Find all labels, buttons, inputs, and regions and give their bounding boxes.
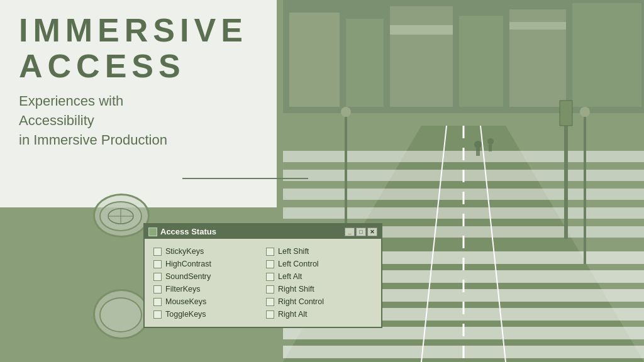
svg-rect-18 <box>283 327 644 339</box>
checkbox[interactable] <box>153 260 162 268</box>
svg-rect-4 <box>390 6 453 107</box>
checkbox[interactable] <box>266 260 274 268</box>
title-access: ACCESS <box>19 48 248 84</box>
dialog-title: Access Status <box>160 227 216 236</box>
checkbox[interactable] <box>266 310 274 319</box>
dialog-content: StickyKeysHighContrastSoundSentryFilterK… <box>145 239 381 327</box>
checkbox[interactable] <box>153 273 162 281</box>
dialog-titlebar: Access Status _ □ ✕ <box>145 224 381 239</box>
svg-rect-8 <box>390 25 453 35</box>
arrow-line <box>182 178 308 179</box>
svg-rect-22 <box>283 189 644 200</box>
close-button[interactable]: ✕ <box>367 228 377 236</box>
svg-point-34 <box>580 107 590 117</box>
title-immersive: IMMERSIVE <box>19 13 248 48</box>
svg-rect-3 <box>346 19 384 107</box>
subtitle-line3: in Immersive Production <box>19 132 167 148</box>
checkbox-label: FilterKeys <box>165 285 201 293</box>
checkbox-label: MouseKeys <box>165 297 206 306</box>
svg-point-32 <box>341 107 351 117</box>
checkbox-item[interactable]: FilterKeys <box>153 283 260 295</box>
dialog-icon <box>148 228 157 236</box>
svg-rect-28 <box>476 148 480 156</box>
checkbox-label: Right Alt <box>278 310 308 319</box>
dialog-window-controls[interactable]: _ □ ✕ <box>345 228 377 236</box>
checkbox-label: Right Control <box>278 297 324 306</box>
checkbox-item[interactable]: Left Shift <box>266 245 372 258</box>
dialog-columns: StickyKeysHighContrastSoundSentryFilterK… <box>153 245 372 321</box>
checkbox-item[interactable]: Left Control <box>266 258 372 270</box>
svg-rect-30 <box>489 145 492 151</box>
svg-rect-2 <box>289 13 340 107</box>
checkbox-item[interactable]: MouseKeys <box>153 295 260 308</box>
checkbox-item[interactable]: ToggleKeys <box>153 308 260 321</box>
svg-point-29 <box>487 138 494 145</box>
checkbox-item[interactable]: Right Alt <box>266 308 372 321</box>
svg-rect-19 <box>283 346 644 358</box>
minimize-button[interactable]: _ <box>345 228 355 236</box>
svg-rect-23 <box>283 207 644 219</box>
checkbox-item[interactable]: Right Control <box>266 295 372 308</box>
checkbox-label: Left Shift <box>278 247 309 256</box>
access-status-dialog[interactable]: Access Status _ □ ✕ StickyKeysHighContra… <box>143 223 382 328</box>
svg-rect-7 <box>572 3 641 107</box>
circle-top-inner <box>99 201 142 231</box>
checkbox[interactable] <box>266 273 274 281</box>
checkbox-label: ToggleKeys <box>165 310 206 319</box>
checkbox[interactable] <box>153 310 162 319</box>
checkbox-label: Left Alt <box>278 272 302 281</box>
title-area: IMMERSIVE ACCESS Experiences with Access… <box>19 13 248 150</box>
checkbox-label: StickyKeys <box>165 247 204 256</box>
subtitle-line1: Experiences with <box>19 93 123 109</box>
dialog-title-area: Access Status <box>148 227 216 236</box>
subtitle: Experiences with Accessibility in Immers… <box>19 92 248 150</box>
checkbox-item[interactable]: Right Shift <box>266 283 372 295</box>
subtitle-line2: Accessibility <box>19 112 94 128</box>
checkbox[interactable] <box>266 298 274 306</box>
svg-rect-9 <box>509 22 566 30</box>
svg-rect-21 <box>283 170 644 181</box>
checkbox[interactable] <box>266 285 274 293</box>
checkbox[interactable] <box>153 248 162 256</box>
svg-rect-26 <box>560 101 572 126</box>
svg-rect-5 <box>459 16 503 107</box>
circle-bottom-inner <box>99 297 142 332</box>
left-column: StickyKeysHighContrastSoundSentryFilterK… <box>153 245 260 321</box>
svg-rect-20 <box>283 151 644 162</box>
checkbox-label: Left Control <box>278 260 319 268</box>
checkbox-item[interactable]: StickyKeys <box>153 245 260 258</box>
checkbox[interactable] <box>153 298 162 306</box>
checkbox[interactable] <box>266 248 274 256</box>
maximize-button[interactable]: □ <box>356 228 366 236</box>
right-column: Left ShiftLeft ControlLeft AltRight Shif… <box>266 245 372 321</box>
checkbox-item[interactable]: SoundSentry <box>153 270 260 283</box>
checkbox-label: Right Shift <box>278 285 314 293</box>
svg-point-27 <box>474 141 482 148</box>
checkbox-item[interactable]: HighContrast <box>153 258 260 270</box>
checkbox-label: HighContrast <box>165 260 211 268</box>
checkbox[interactable] <box>153 285 162 293</box>
checkbox-label: SoundSentry <box>165 272 211 281</box>
checkbox-item[interactable]: Left Alt <box>266 270 372 283</box>
